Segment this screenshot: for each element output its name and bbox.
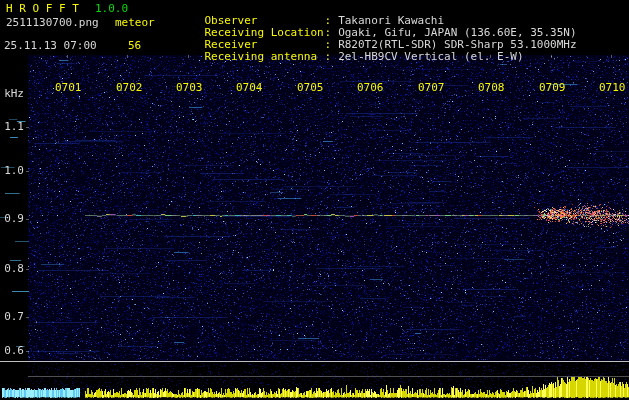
info-label: Receiving antenna [205,51,325,63]
freq-tick-label: 0.8 [2,263,24,275]
freq-tick-label: 0.9 [2,213,24,225]
freq-unit-label: kHz [2,88,24,100]
time-tick-label: 0703 [176,82,203,94]
echo-count: 56 [128,40,141,52]
freq-tick-label: 1.1 [2,121,24,133]
time-tick-label: 0705 [297,82,324,94]
info-colon: : [325,50,332,63]
info-row-antenna: Receiving antenna:2el-HB9CV Vertical (el… [178,39,524,75]
app-version: 1.0.0 [95,3,128,15]
time-tick-label: 0707 [418,82,445,94]
capture-datetime: 25.11.13 07:00 [4,40,97,52]
hrofft-window: H R O F F T 1.0.0 2511130700.png meteor … [0,0,629,400]
time-tick-label: 0710 [599,82,626,94]
time-tick-label: 0702 [116,82,143,94]
freq-tick-label: 0.7 [2,311,24,323]
freq-tick-label: 1.0 [2,165,24,177]
info-value: 2el-HB9CV Vertical (el. E-W) [338,50,523,63]
app-title: H R O F F T [6,3,79,15]
freq-tick-label: 0.6 [2,345,24,357]
time-tick-label: 0708 [478,82,505,94]
mode-label: meteor [115,17,155,29]
time-tick-label: 0704 [236,82,263,94]
time-tick-label: 0706 [357,82,384,94]
time-tick-label: 0709 [539,82,566,94]
capture-filename: 2511130700.png [6,17,99,29]
time-tick-label: 0701 [55,82,82,94]
